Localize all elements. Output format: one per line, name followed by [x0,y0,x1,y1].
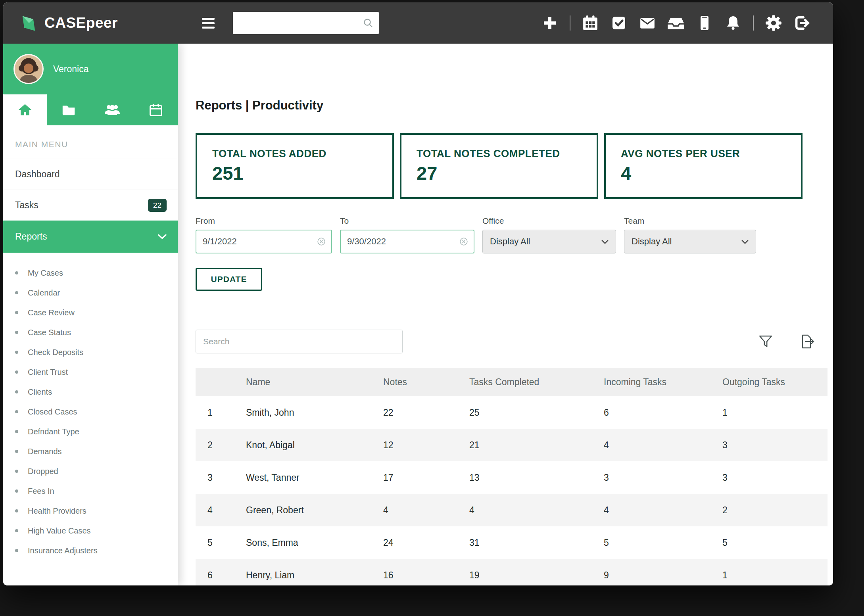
report-submenu-label: Closed Cases [28,407,77,416]
export-button[interactable] [799,333,816,350]
table-header-row: Name Notes Tasks Completed Incoming Task… [196,368,828,396]
settings-button[interactable] [765,14,782,32]
global-search-input[interactable] [239,18,363,28]
to-date-field [340,230,474,253]
table-body: 1 Smith, John 22 25 6 1 2 Knot, Abigal 1… [196,396,828,585]
sidebar-item-dashboard[interactable]: Dashboard [3,159,178,190]
table-row[interactable]: 4 Green, Robert 4 4 4 2 [196,494,828,526]
report-submenu-label: Health Providers [28,507,86,516]
from-date-input[interactable] [203,236,317,247]
bell-icon [725,15,741,31]
chevron-down-icon [741,240,749,244]
table-row[interactable]: 6 Henry, Liam 16 19 9 1 [196,559,828,585]
menu-toggle-button[interactable] [202,18,215,29]
tab-contacts[interactable] [90,94,134,125]
stats-row: TOTAL NOTES ADDED 251 TOTAL NOTES COMPLE… [196,133,828,199]
table-row[interactable]: 5 Sons, Emma 24 31 5 5 [196,526,828,559]
report-submenu-label: High Value Cases [28,526,91,535]
add-button[interactable] [541,14,559,32]
tab-home[interactable] [3,94,47,125]
filter-button[interactable] [757,333,774,350]
header-outgoing-tasks: Outgoing Tasks [722,377,828,388]
report-submenu-label: Insurance Adjusters [28,546,98,555]
stat-label: TOTAL NOTES ADDED [212,148,392,160]
report-submenu-item[interactable]: Health Providers [3,501,178,521]
topbar: CASEpeer [3,2,833,44]
report-submenu-item[interactable]: Case Review [3,303,178,322]
report-submenu-label: Case Review [28,308,75,317]
brand-logo[interactable]: CASEpeer [20,13,118,33]
cell-incoming-tasks: 3 [604,472,722,483]
report-submenu-item[interactable]: Check Deposits [3,342,178,362]
stat-value: 4 [621,162,801,184]
clear-from-date-button[interactable] [317,237,326,246]
report-submenu-item[interactable]: Demands [3,441,178,461]
table-row[interactable]: 1 Smith, John 22 25 6 1 [196,396,828,429]
cell-outgoing-tasks: 3 [722,440,828,451]
report-submenu-item[interactable]: Clients [3,382,178,402]
filter-to: To [340,216,474,253]
table-search-input[interactable] [203,337,395,346]
cell-notes: 22 [383,407,469,418]
search-icon [363,18,373,28]
cell-index: 4 [196,505,246,516]
global-search [233,12,379,34]
report-submenu-item[interactable]: Insurance Adjusters [3,541,178,560]
cell-incoming-tasks: 4 [604,505,722,516]
tasks-count-badge: 22 [148,199,167,212]
report-submenu-label: Defndant Type [28,427,79,436]
office-select[interactable]: Display All [482,230,616,253]
table-row[interactable]: 2 Knot, Abigal 12 21 4 3 [196,429,828,461]
header-notes: Notes [383,377,469,388]
report-submenu-item[interactable]: Client Trust [3,362,178,382]
team-select[interactable]: Display All [624,230,756,253]
report-submenu-item[interactable]: Fees In [3,481,178,501]
logout-button[interactable] [793,14,811,32]
sidebar-item-tasks[interactable]: Tasks 22 [3,190,178,221]
sidebar-item-reports[interactable]: Reports [3,221,178,253]
clear-to-date-button[interactable] [459,237,468,246]
tasks-button[interactable] [610,14,628,32]
stat-label: TOTAL NOTES COMPLETED [417,148,597,160]
report-submenu-item[interactable]: Dropped [3,461,178,481]
divider [753,15,754,31]
filters-row: From To [196,216,828,253]
table-search [196,330,403,353]
cell-notes: 17 [383,472,469,483]
calendar-icon [149,103,163,117]
report-submenu-item[interactable]: Calendar [3,283,178,303]
to-date-input[interactable] [347,236,459,247]
stat-card-total-notes-added: TOTAL NOTES ADDED 251 [196,133,394,199]
notifications-button[interactable] [724,14,742,32]
report-submenu-item[interactable]: Defndant Type [3,422,178,441]
bullet-icon [15,271,18,274]
cell-notes: 24 [383,537,469,548]
mobile-phone-icon [697,15,712,31]
inbox-button[interactable] [667,14,685,32]
report-submenu-item[interactable]: My Cases [3,263,178,283]
report-submenu-item[interactable]: Case Status [3,322,178,342]
sidebar-item-label: Dashboard [15,169,60,180]
cell-incoming-tasks: 4 [604,440,722,451]
calendar-button[interactable] [582,14,599,32]
table-row[interactable]: 3 West, Tanner 17 13 3 3 [196,461,828,494]
cell-incoming-tasks: 6 [604,407,722,418]
mail-button[interactable] [639,14,656,32]
avatar-photo [15,55,42,83]
toolbar-icons [757,333,816,350]
cell-name: Henry, Liam [246,570,383,581]
chevron-down-icon [158,234,167,239]
tab-calendar[interactable] [134,94,178,125]
mobile-button[interactable] [696,14,713,32]
header-name: Name [246,377,383,388]
report-submenu-item[interactable]: High Value Cases [3,521,178,541]
bullet-icon [15,470,18,473]
report-submenu-label: My Cases [28,269,63,278]
avatar[interactable] [13,54,44,84]
inbox-tray-icon [667,14,685,32]
update-button[interactable]: UPDATE [196,268,262,291]
stat-card-total-notes-completed: TOTAL NOTES COMPLETED 27 [400,133,598,199]
tab-cases[interactable] [47,94,90,125]
report-submenu-item[interactable]: Closed Cases [3,402,178,422]
bullet-icon [15,529,18,532]
